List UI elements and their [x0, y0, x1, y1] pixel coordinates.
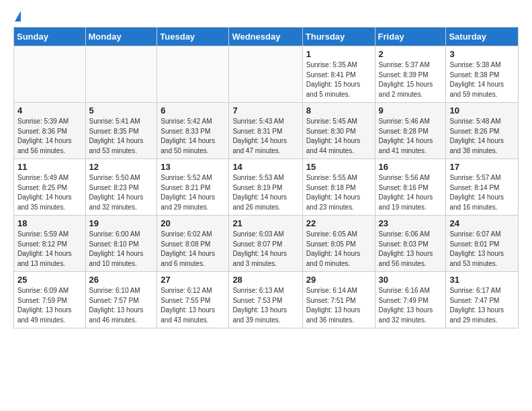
day-number: 25 [17, 275, 82, 285]
calendar-cell: 31Sunrise: 6:17 AM Sunset: 7:47 PM Dayli… [446, 272, 519, 328]
day-number: 29 [306, 275, 371, 285]
calendar-cell: 24Sunrise: 6:07 AM Sunset: 8:01 PM Dayli… [446, 216, 519, 272]
weekday-header-wednesday: Wednesday [229, 28, 302, 46]
day-info: Sunrise: 6:10 AM Sunset: 7:57 PM Dayligh… [89, 286, 154, 325]
calendar-cell: 7Sunrise: 5:43 AM Sunset: 8:31 PM Daylig… [229, 103, 302, 159]
week-row-4: 18Sunrise: 5:59 AM Sunset: 8:12 PM Dayli… [14, 216, 519, 272]
day-info: Sunrise: 5:53 AM Sunset: 8:19 PM Dayligh… [232, 173, 298, 212]
calendar-cell: 8Sunrise: 5:45 AM Sunset: 8:30 PM Daylig… [302, 103, 375, 159]
day-info: Sunrise: 5:42 AM Sunset: 8:33 PM Dayligh… [161, 117, 225, 156]
weekday-header-row: SundayMondayTuesdayWednesdayThursdayFrid… [14, 28, 519, 46]
page: SundayMondayTuesdayWednesdayThursdayFrid… [0, 0, 532, 339]
day-info: Sunrise: 5:50 AM Sunset: 8:23 PM Dayligh… [89, 173, 154, 212]
calendar-table: SundayMondayTuesdayWednesdayThursdayFrid… [13, 27, 519, 328]
day-number: 15 [306, 162, 371, 172]
calendar-cell: 28Sunrise: 6:13 AM Sunset: 7:53 PM Dayli… [229, 272, 302, 328]
day-number: 26 [89, 275, 154, 285]
calendar-cell: 6Sunrise: 5:42 AM Sunset: 8:33 PM Daylig… [157, 103, 229, 159]
calendar-cell: 14Sunrise: 5:53 AM Sunset: 8:19 PM Dayli… [229, 159, 302, 216]
day-number: 18 [17, 218, 82, 228]
day-number: 19 [89, 218, 154, 228]
week-row-5: 25Sunrise: 6:09 AM Sunset: 7:59 PM Dayli… [14, 272, 519, 328]
day-info: Sunrise: 6:03 AM Sunset: 8:07 PM Dayligh… [232, 230, 298, 269]
weekday-header-monday: Monday [85, 28, 157, 46]
calendar-cell: 19Sunrise: 6:00 AM Sunset: 8:10 PM Dayli… [85, 216, 157, 272]
day-info: Sunrise: 5:55 AM Sunset: 8:18 PM Dayligh… [306, 173, 371, 212]
day-info: Sunrise: 6:00 AM Sunset: 8:10 PM Dayligh… [89, 230, 154, 269]
logo-triangle-icon [15, 11, 21, 21]
calendar-cell: 25Sunrise: 6:09 AM Sunset: 7:59 PM Dayli… [14, 272, 86, 328]
calendar-cell: 9Sunrise: 5:46 AM Sunset: 8:28 PM Daylig… [375, 103, 446, 159]
weekday-header-saturday: Saturday [446, 28, 519, 46]
day-number: 23 [379, 218, 443, 228]
calendar-cell: 18Sunrise: 5:59 AM Sunset: 8:12 PM Dayli… [14, 216, 86, 272]
calendar-cell: 30Sunrise: 6:16 AM Sunset: 7:49 PM Dayli… [375, 272, 446, 328]
day-number: 13 [161, 162, 225, 172]
day-number: 8 [306, 105, 371, 116]
day-info: Sunrise: 5:45 AM Sunset: 8:30 PM Dayligh… [306, 117, 371, 156]
day-info: Sunrise: 5:46 AM Sunset: 8:28 PM Dayligh… [379, 117, 443, 156]
calendar-cell: 13Sunrise: 5:52 AM Sunset: 8:21 PM Dayli… [157, 159, 229, 216]
day-number: 3 [449, 49, 515, 59]
day-info: Sunrise: 5:43 AM Sunset: 8:31 PM Dayligh… [232, 117, 298, 156]
calendar-cell: 27Sunrise: 6:12 AM Sunset: 7:55 PM Dayli… [157, 272, 229, 328]
day-number: 4 [17, 105, 82, 116]
day-number: 27 [161, 275, 225, 285]
day-info: Sunrise: 5:38 AM Sunset: 8:38 PM Dayligh… [449, 60, 515, 99]
calendar-cell: 10Sunrise: 5:48 AM Sunset: 8:26 PM Dayli… [446, 103, 519, 159]
day-info: Sunrise: 6:13 AM Sunset: 7:53 PM Dayligh… [232, 286, 298, 325]
calendar-cell: 2Sunrise: 5:37 AM Sunset: 8:39 PM Daylig… [375, 46, 446, 103]
day-info: Sunrise: 5:37 AM Sunset: 8:39 PM Dayligh… [379, 60, 443, 99]
calendar-cell: 11Sunrise: 5:49 AM Sunset: 8:25 PM Dayli… [14, 159, 86, 216]
calendar-cell: 21Sunrise: 6:03 AM Sunset: 8:07 PM Dayli… [229, 216, 302, 272]
day-info: Sunrise: 5:59 AM Sunset: 8:12 PM Dayligh… [17, 230, 82, 269]
day-number: 7 [232, 105, 298, 116]
day-info: Sunrise: 6:07 AM Sunset: 8:01 PM Dayligh… [449, 230, 515, 269]
day-info: Sunrise: 5:49 AM Sunset: 8:25 PM Dayligh… [17, 173, 82, 212]
day-number: 17 [449, 162, 515, 172]
day-info: Sunrise: 5:39 AM Sunset: 8:36 PM Dayligh… [17, 117, 82, 156]
day-number: 14 [232, 162, 298, 172]
day-number: 10 [449, 105, 515, 116]
day-info: Sunrise: 6:06 AM Sunset: 8:03 PM Dayligh… [379, 230, 443, 269]
logo-text [13, 11, 21, 21]
day-number: 24 [449, 218, 515, 228]
calendar-cell: 3Sunrise: 5:38 AM Sunset: 8:38 PM Daylig… [446, 46, 519, 103]
week-row-1: 1Sunrise: 5:35 AM Sunset: 8:41 PM Daylig… [14, 46, 519, 103]
day-info: Sunrise: 5:56 AM Sunset: 8:16 PM Dayligh… [379, 173, 443, 212]
calendar-cell: 17Sunrise: 5:57 AM Sunset: 8:14 PM Dayli… [446, 159, 519, 216]
day-number: 11 [17, 162, 82, 172]
calendar-cell [229, 46, 302, 103]
calendar-cell: 20Sunrise: 6:02 AM Sunset: 8:08 PM Dayli… [157, 216, 229, 272]
header [13, 11, 519, 21]
day-number: 16 [379, 162, 443, 172]
day-info: Sunrise: 5:52 AM Sunset: 8:21 PM Dayligh… [161, 173, 225, 212]
logo [13, 11, 21, 21]
weekday-header-friday: Friday [375, 28, 446, 46]
day-number: 1 [306, 49, 371, 59]
calendar-cell: 15Sunrise: 5:55 AM Sunset: 8:18 PM Dayli… [302, 159, 375, 216]
day-info: Sunrise: 6:02 AM Sunset: 8:08 PM Dayligh… [161, 230, 225, 269]
day-info: Sunrise: 6:14 AM Sunset: 7:51 PM Dayligh… [306, 286, 371, 325]
day-info: Sunrise: 6:09 AM Sunset: 7:59 PM Dayligh… [17, 286, 82, 325]
day-number: 20 [161, 218, 225, 228]
calendar-cell: 26Sunrise: 6:10 AM Sunset: 7:57 PM Dayli… [85, 272, 157, 328]
day-info: Sunrise: 6:12 AM Sunset: 7:55 PM Dayligh… [161, 286, 225, 325]
weekday-header-tuesday: Tuesday [157, 28, 229, 46]
calendar-cell: 4Sunrise: 5:39 AM Sunset: 8:36 PM Daylig… [14, 103, 86, 159]
day-number: 5 [89, 105, 154, 116]
day-number: 28 [232, 275, 298, 285]
day-number: 31 [449, 275, 515, 285]
day-number: 21 [232, 218, 298, 228]
calendar-cell [85, 46, 157, 103]
weekday-header-thursday: Thursday [302, 28, 375, 46]
calendar-cell: 5Sunrise: 5:41 AM Sunset: 8:35 PM Daylig… [85, 103, 157, 159]
calendar-cell: 23Sunrise: 6:06 AM Sunset: 8:03 PM Dayli… [375, 216, 446, 272]
day-info: Sunrise: 6:05 AM Sunset: 8:05 PM Dayligh… [306, 230, 371, 269]
day-number: 12 [89, 162, 154, 172]
week-row-2: 4Sunrise: 5:39 AM Sunset: 8:36 PM Daylig… [14, 103, 519, 159]
day-number: 30 [379, 275, 443, 285]
day-number: 22 [306, 218, 371, 228]
day-number: 6 [161, 105, 225, 116]
weekday-header-sunday: Sunday [14, 28, 86, 46]
